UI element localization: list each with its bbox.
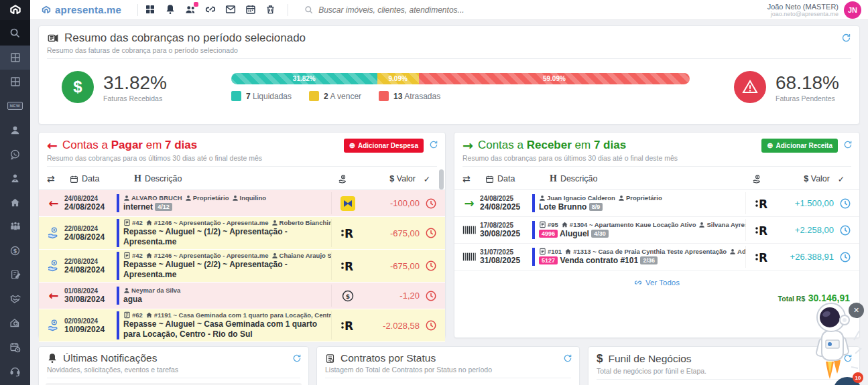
svg-text:R: R [759,224,767,238]
clock-icon[interactable] [420,319,442,331]
trash-icon[interactable] [265,4,277,15]
support-icon [9,366,21,377]
divider [288,4,288,16]
table-row[interactable]: 22/08/202424/08/2024#42#1246 ~ Apresenta… [39,250,445,283]
value-cell: -675,00 [363,228,420,238]
value-cell: -675,00 [363,261,420,271]
sidebar-item-whatsapp[interactable] [0,142,30,166]
clock-icon[interactable] [834,224,857,236]
description-cell: #42#1246 ~ Apresentação - Apresenta.meRo… [117,219,331,247]
value-cell: -2.028,58 [363,321,420,331]
apps-grid-icon[interactable] [145,4,156,15]
table-row[interactable]: →24/08/202524/08/2025Juan Ignacio Calder… [454,190,859,217]
property-search-icon [9,317,21,329]
person-icon [729,248,736,255]
avatar[interactable]: JN [844,1,861,19]
table-row[interactable]: ←24/08/202424/08/2024ALVARO BRUCHProprie… [39,190,445,217]
clock-icon[interactable] [834,251,857,263]
bell-icon [47,353,58,364]
count-badge: 8/9 [589,203,603,211]
table-row[interactable]: 17/08/202530/08/2025#95#1304 ~ Apartamen… [454,217,859,244]
topbar-icons [145,4,277,15]
table-row[interactable]: 31/07/202531/08/2025#101#1313 ~ Casa de … [454,244,859,271]
svg-text:R: R [345,227,353,240]
refresh-icon[interactable] [843,140,853,149]
description-text: Repasse ~ Aluguel ~ (2/2) ~ Apresentação… [123,260,288,279]
mail-icon[interactable] [225,4,237,15]
add-expense-button[interactable]: ⊕ Adicionar Despesa [344,139,424,153]
date-cell: 01/08/202430/08/2024 [64,287,117,304]
contract-icon [123,219,131,226]
table-row[interactable]: 02/09/202410/09/2024#62#1191 ~ Casa Gemi… [39,309,445,342]
table-row[interactable]: ←01/08/202430/08/2024Neymar da Silvaagua… [39,283,445,309]
heading-icon: H [134,173,141,184]
dollar-circle-icon: $ [331,285,363,307]
check-icon[interactable]: ✓ [830,174,853,184]
count-badge: 4/30 [591,230,609,238]
refresh-icon[interactable] [841,33,851,43]
link-icon[interactable] [205,4,216,15]
sidebar-item-finance[interactable]: $ [0,238,30,262]
clock-icon[interactable] [420,260,442,272]
swap-icon[interactable]: ⇄ [47,173,70,184]
date-cell: 22/08/202424/08/2024 [64,225,117,242]
sidebar-item-people[interactable] [0,214,30,238]
app-logo-icon[interactable] [0,0,30,20]
clock-icon[interactable] [420,290,442,302]
sidebar-item-contacts[interactable] [0,118,30,142]
contract-icon [539,248,546,255]
sidebar-item-search[interactable] [0,20,30,46]
clock-icon[interactable] [420,227,442,239]
sidebar-item-dashboard[interactable] [0,46,30,70]
contacts-icon [9,125,21,136]
sidebar-item-dashboard-alt[interactable] [0,70,30,94]
table-row[interactable]: 22/08/202424/08/2024#42#1246 ~ Apresenta… [39,217,445,250]
legend-item: 2 A vencer [309,91,361,101]
brand-logo[interactable]: apresenta.me [41,4,121,15]
sidebar-item-documents[interactable] [0,262,30,287]
refresh-icon[interactable] [429,140,438,149]
description-cell: #95#1304 ~ Apartamento Kaue Locação Ativ… [532,221,745,239]
sidebar-item-properties[interactable] [0,190,30,214]
svg-text:$: $ [13,247,17,254]
sidebar-item-deals[interactable] [0,287,30,311]
description-cell: #101#1313 ~ Casa de Praia Cynthia Teste … [532,248,745,266]
r-logo-icon: R [745,192,778,214]
search-input[interactable] [318,5,540,15]
check-icon[interactable]: ✓ [416,174,438,184]
scrollbar-thumb[interactable] [439,169,444,189]
user-menu[interactable]: João Neto (MASTER) joao.neto@apresenta.m… [767,1,861,19]
add-income-button[interactable]: ⊕ Adicionar Receita [761,139,838,153]
svg-text:R: R [759,251,767,264]
clock-icon[interactable] [420,198,442,210]
clock-icon[interactable] [834,198,857,210]
pending-percent: 68.18% [776,72,839,94]
legend-item: 7 Liquidadas [231,91,292,101]
hand-money-icon [327,174,358,184]
sidebar-item-news[interactable]: NEW [0,94,30,118]
invoices-progress-bar: 31.82%9.09%59.09% [231,73,690,84]
line1-text: Neymar da Silva [131,287,180,294]
r-logo-icon: R [745,219,778,241]
line1-text: #1313 ~ Casa de Praia Cynthia Teste Apre… [573,248,727,255]
sidebar-item-support[interactable] [0,359,30,383]
count-badge: 2/36 [640,256,658,264]
refresh-icon[interactable] [292,354,302,363]
barcode-icon [458,252,480,262]
users-icon[interactable] [185,4,196,15]
swap-icon[interactable]: ⇄ [462,173,485,184]
ver-todos-link[interactable]: Ver Todos [634,279,680,287]
close-icon[interactable]: ✕ [849,303,864,318]
calendar-icon[interactable] [245,4,257,15]
refresh-icon[interactable] [563,354,572,363]
sidebar-item-schedule[interactable] [0,335,30,359]
line1-text: Chaiane Araujo Sebold [280,252,331,259]
sidebar-item-agents[interactable] [0,166,30,190]
dollar-icon: $ [597,352,603,366]
search-icon [9,27,21,39]
pending-stat: 68.18% Faturas Pendentes [734,71,839,103]
whatsapp-icon [9,149,21,160]
line1-text: #101 [548,248,562,255]
sidebar-item-property-search[interactable] [0,311,30,335]
bell-icon[interactable] [165,4,176,15]
